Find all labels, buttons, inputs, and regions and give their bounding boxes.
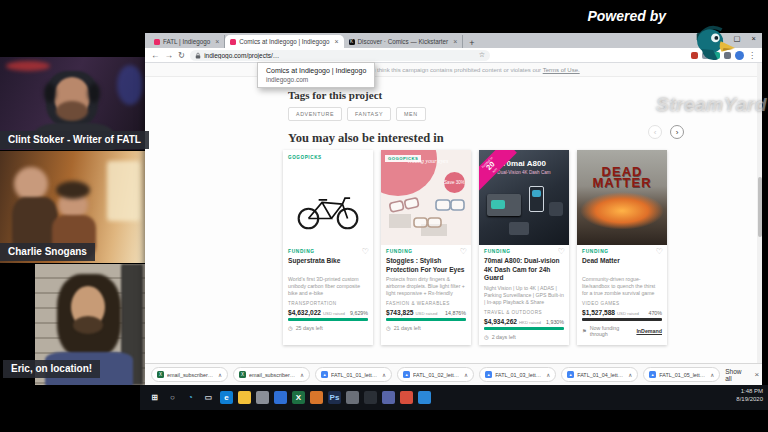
- address-bar[interactable]: indiegogo.com/projects/… ☆: [190, 50, 490, 61]
- back-icon[interactable]: ←: [151, 51, 160, 60]
- card-category[interactable]: FASHION & WEARABLES: [386, 301, 466, 306]
- settings-icon[interactable]: [346, 391, 359, 404]
- new-tab-button[interactable]: +: [469, 38, 474, 48]
- chevron-up-icon[interactable]: ∧: [218, 372, 222, 378]
- amount-raised: $4,934,262: [484, 318, 517, 325]
- save-badge: Save 30%: [444, 172, 465, 193]
- card-superstrata[interactable]: GOGOPICKS FUNDING ♡ Superstrata Bike Wor…: [283, 150, 373, 345]
- download-chip[interactable]: Xemail_subscribers(1).csv∧: [151, 367, 228, 382]
- tooltip-title: Comics at Indiegogo | Indiegogo: [266, 67, 366, 74]
- card-description: World's first 3D-printed custom unibody …: [288, 276, 368, 297]
- folder-pinned-icon[interactable]: [418, 391, 431, 404]
- download-chips: Xemail_subscribers(1).csv∧Xemail_subscri…: [151, 367, 720, 382]
- windows-taskbar: ⊞○◔▭eXPs: [140, 385, 768, 410]
- tab-fatl[interactable]: FATL | Indiegogo ×: [149, 35, 225, 48]
- tag-men[interactable]: MEN: [396, 107, 426, 121]
- chrome-icon[interactable]: [400, 391, 413, 404]
- file-explorer-icon[interactable]: [238, 391, 251, 404]
- reload-icon[interactable]: ↻: [178, 51, 185, 60]
- tab-comics-indiegogo[interactable]: Comics at Indiegogo | Indiegogo ×: [225, 35, 343, 48]
- system-tray-clock[interactable]: 1:48 PM 8/19/2020: [736, 388, 763, 404]
- profile-avatar[interactable]: [735, 51, 744, 60]
- image-file-icon: ▴: [567, 371, 574, 378]
- mail-icon[interactable]: [274, 391, 287, 404]
- tag-fantasy[interactable]: FANTASY: [347, 107, 391, 121]
- card-image-bike: GOGOPICKS: [283, 150, 373, 245]
- tray-time: 1:48 PM: [736, 388, 763, 396]
- card-description: Community-driven rogue-lite/sandbox to q…: [582, 276, 662, 297]
- interested-heading: You may also be interested in: [288, 131, 444, 146]
- chevron-up-icon[interactable]: ∧: [628, 372, 632, 378]
- heart-icon[interactable]: ♡: [362, 247, 369, 256]
- show-all-downloads[interactable]: Show all: [725, 368, 741, 382]
- card-category[interactable]: TRAVEL & OUTDOORS: [484, 310, 564, 315]
- indemand-link[interactable]: InDemand: [636, 328, 662, 334]
- card-description: Night Vision | Up to 4K | ADAS | Parking…: [484, 285, 564, 306]
- chevron-up-icon[interactable]: ∧: [710, 372, 714, 378]
- card-title[interactable]: Stoggles : Stylish Protection For Your E…: [386, 257, 466, 274]
- tags-row: ADVENTURE FANTASY MEN: [288, 107, 426, 121]
- cortana-icon[interactable]: ◔: [184, 391, 197, 404]
- download-chip[interactable]: ▴FATL_01_02_letters….jpg∧: [397, 367, 474, 382]
- banner-link[interactable]: Terms of Use.: [543, 67, 580, 73]
- image-file-icon: ▴: [403, 371, 410, 378]
- chevron-up-icon[interactable]: ∧: [300, 372, 304, 378]
- edge-icon[interactable]: e: [220, 391, 233, 404]
- card-70mai[interactable]: 70mai A800 Dual-Vision 4K Dash Cam Funde…: [479, 150, 569, 345]
- download-chip[interactable]: ▴FATL_01_05_letters….jpg∧: [643, 367, 720, 382]
- forward-icon[interactable]: →: [165, 51, 174, 60]
- browser-window: FATL | Indiegogo × Comics at Indiegogo |…: [145, 33, 762, 385]
- card-category[interactable]: VIDEO GAMES: [582, 301, 662, 306]
- tab-close-icon[interactable]: ×: [453, 38, 457, 45]
- card-title[interactable]: Superstrata Bike: [288, 257, 368, 274]
- tab-kickstarter[interactable]: K Discover · Comics — Kickstarter ×: [344, 35, 464, 48]
- obs-icon[interactable]: [364, 391, 377, 404]
- heart-icon[interactable]: ♡: [656, 247, 663, 256]
- download-chip[interactable]: ▴FATL_01_01_letters….jpg∧: [315, 367, 392, 382]
- photos-icon[interactable]: [310, 391, 323, 404]
- tab-close-icon[interactable]: ×: [334, 38, 338, 45]
- clock-icon: ◷: [386, 325, 391, 331]
- chevron-up-icon[interactable]: ∧: [546, 372, 550, 378]
- download-filename: email_subscribers(1).csv: [167, 372, 215, 378]
- browser-menu-icon[interactable]: ⋮: [748, 51, 756, 60]
- close-download-bar-icon[interactable]: ×: [754, 370, 759, 379]
- search-icon[interactable]: ○: [166, 391, 179, 404]
- close-window-button[interactable]: ×: [752, 34, 756, 43]
- start-icon[interactable]: ⊞: [148, 391, 161, 404]
- bookmark-star-icon[interactable]: ☆: [479, 51, 485, 59]
- tab-close-icon[interactable]: ×: [215, 38, 219, 45]
- card-category[interactable]: TRANSPORTATION: [288, 301, 368, 306]
- discord-icon[interactable]: [382, 391, 395, 404]
- task-view-icon[interactable]: ▭: [202, 391, 215, 404]
- tab-strip: FATL | Indiegogo × Comics at Indiegogo |…: [145, 33, 762, 48]
- tray-date: 8/19/2020: [736, 396, 763, 404]
- clock-icon: ◷: [288, 325, 293, 331]
- card-dead-matter[interactable]: DEAD MATTER FUNDING ♡ Dead Matter Commun…: [577, 150, 667, 345]
- participant-name-clint: Clint Stoker - Writer of FATL: [0, 131, 149, 149]
- download-bar: Xemail_subscribers(1).csv∧Xemail_subscri…: [145, 363, 762, 385]
- tag-adventure[interactable]: ADVENTURE: [288, 107, 342, 121]
- excel-icon[interactable]: X: [292, 391, 305, 404]
- clock-icon: ◷: [484, 334, 489, 340]
- days-left: 2 days left: [492, 334, 516, 340]
- glasses-illustration: [384, 192, 468, 232]
- store-icon[interactable]: [256, 391, 269, 404]
- card-title[interactable]: Dead Matter: [582, 257, 662, 274]
- card-title[interactable]: 70mai A800: Dual-vision 4K Dash Cam for …: [484, 257, 564, 283]
- heart-icon[interactable]: ♡: [558, 247, 565, 256]
- photoshop-icon[interactable]: Ps: [328, 391, 341, 404]
- carousel-next-button[interactable]: ›: [670, 125, 684, 139]
- card-stoggles[interactable]: …hing your eyes GOGOPICKS Save 30%: [381, 150, 471, 345]
- download-chip[interactable]: ▴FATL_01_04_letters….jpg∧: [561, 367, 638, 382]
- currency-note: USD raised: [416, 311, 438, 316]
- chevron-up-icon[interactable]: ∧: [464, 372, 468, 378]
- download-chip[interactable]: Xemail_subscribers(7).csv∧: [233, 367, 310, 382]
- download-chip[interactable]: ▴FATL_01_03_letters….jpg∧: [479, 367, 556, 382]
- funding-status: FUNDING: [288, 249, 368, 254]
- chevron-up-icon[interactable]: ∧: [382, 372, 386, 378]
- carousel-prev-button[interactable]: ‹: [648, 125, 662, 139]
- heart-icon[interactable]: ♡: [460, 247, 467, 256]
- download-filename: FATL_01_03_letters….jpg: [495, 372, 543, 378]
- streamyard-watermark: StreamYard: [656, 94, 767, 116]
